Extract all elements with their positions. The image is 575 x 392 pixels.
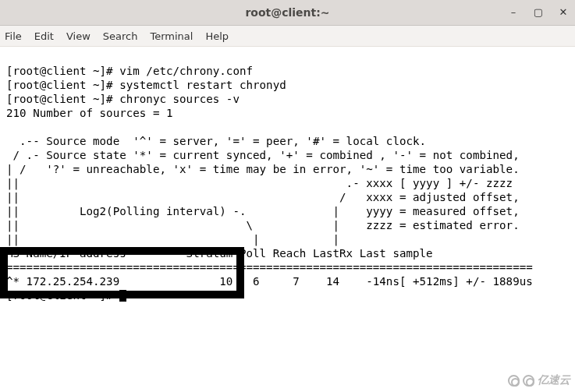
terminal-line: || \ | zzzz = estimated error.: [6, 219, 520, 231]
terminal-line: || Log2(Polling interval) -. | yyyy = me…: [6, 205, 520, 217]
cursor-icon: [119, 290, 126, 302]
terminal-output[interactable]: [root@client ~]# vim /etc/chrony.conf [r…: [0, 47, 575, 305]
terminal-line: [root@client ~]# vim /etc/chrony.conf: [6, 65, 253, 77]
watermark-text: 亿速云: [538, 373, 570, 387]
terminal-line: || | |: [6, 233, 339, 245]
terminal-line: ^* 172.25.254.239 10 6 7 14 -14ns[ +512m…: [6, 275, 533, 288]
watermark-logo-icon: [508, 375, 520, 387]
menu-help[interactable]: Help: [205, 30, 229, 42]
close-button[interactable]: ✕: [556, 5, 570, 19]
terminal-line: | / '?' = unreachable, 'x' = time may be…: [6, 163, 520, 175]
watermark-logo-icon: [523, 375, 534, 387]
terminal-line: ========================================…: [6, 261, 533, 274]
menubar: File Edit View Search Terminal Help: [0, 26, 575, 47]
titlebar: root@client:~ – ▢ ✕: [0, 0, 575, 26]
terminal-line: MS Name/IP address Stratum Poll Reach La…: [6, 247, 433, 260]
menu-terminal[interactable]: Terminal: [150, 30, 193, 42]
terminal-line: || .- xxxx [ yyyy ] +/- zzzz: [6, 177, 513, 189]
terminal-line: [root@client ~]# systemctl restart chron…: [6, 79, 286, 91]
menu-file[interactable]: File: [5, 30, 22, 42]
maximize-button[interactable]: ▢: [531, 5, 545, 19]
terminal-line: .-- Source mode '^' = server, '=' = peer…: [6, 135, 426, 147]
terminal-line: / .- Source state '*' = current synced, …: [6, 149, 520, 161]
window-title: root@client:~: [0, 6, 575, 19]
menu-edit[interactable]: Edit: [34, 30, 54, 42]
terminal-prompt: [root@client ~]#: [6, 289, 119, 302]
minimize-button[interactable]: –: [506, 5, 520, 19]
menu-search[interactable]: Search: [103, 30, 138, 42]
window-controls: – ▢ ✕: [506, 5, 570, 19]
terminal-line: || / xxxx = adjusted offset,: [6, 191, 520, 203]
terminal-line: [root@client ~]# chronyc sources -v: [6, 93, 240, 105]
watermark: 亿速云: [508, 373, 570, 387]
terminal-line: 210 Number of sources = 1: [6, 107, 173, 119]
menu-view[interactable]: View: [66, 30, 91, 42]
